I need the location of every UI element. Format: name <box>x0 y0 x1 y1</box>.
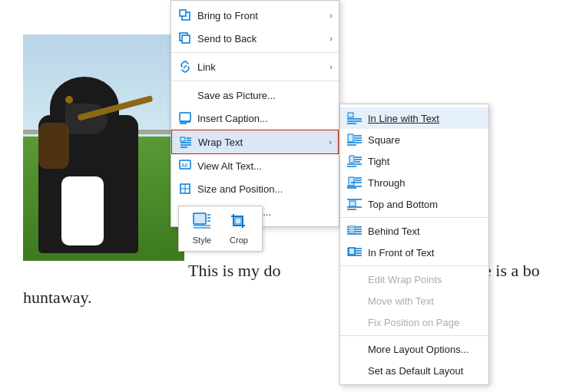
insert-caption-label: Insert Caption... <box>197 113 333 124</box>
menu-item-wrap-text[interactable]: Wrap Text › <box>171 130 339 154</box>
send-to-back-icon <box>177 31 193 46</box>
inline-icon <box>346 111 363 125</box>
submenu-item-edit-wrap-points[interactable]: Edit Wrap Points <box>340 268 488 290</box>
style-label: Style <box>193 236 211 245</box>
size-position-icon <box>177 181 193 196</box>
in-front-of-text-label: In Front of Text <box>368 247 434 259</box>
behind-text-label: Behind Text <box>368 226 420 237</box>
more-layout-icon <box>346 342 363 356</box>
crop-icon <box>230 212 248 234</box>
submenu-item-square[interactable]: Square <box>340 129 488 150</box>
submenu-item-fix-position[interactable]: Fix Position on Page <box>340 311 488 333</box>
wrap-text-label: Wrap Text <box>198 137 329 148</box>
fix-position-icon <box>346 315 363 329</box>
svg-marker-43 <box>349 177 354 186</box>
tight-label: Tight <box>368 156 389 167</box>
square-label: Square <box>368 134 400 146</box>
submenu-item-tight[interactable]: Tight <box>340 150 488 172</box>
crop-button[interactable]: Crop <box>222 209 256 248</box>
menu-item-save-as-picture[interactable]: Save as Picture... <box>171 84 339 107</box>
svg-rect-49 <box>349 201 356 206</box>
bring-to-front-icon <box>177 8 193 23</box>
submenu-item-top-and-bottom[interactable]: Top and Bottom <box>340 193 488 215</box>
submenu-item-through[interactable]: Through <box>340 172 488 193</box>
size-position-label: Size and Position... <box>197 183 333 195</box>
menu-item-bring-to-front[interactable]: Bring to Front › <box>171 4 339 27</box>
context-menu: Bring to Front › Send to Back › Link › S… <box>170 0 339 227</box>
move-with-text-label: Move with Text <box>368 295 434 307</box>
inline-label: In Line with Text <box>368 113 439 124</box>
submenu-item-set-default-layout[interactable]: Set as Default Layout <box>340 360 488 381</box>
submenu-sep-2 <box>340 265 488 266</box>
link-arrow: › <box>329 62 333 71</box>
wrap-text-submenu: In Line with Text Square <box>339 104 489 385</box>
behind-text-icon <box>346 224 363 238</box>
svg-rect-14 <box>180 137 185 141</box>
mini-toolbar: Style Crop <box>178 206 263 252</box>
menu-item-send-to-back[interactable]: Send to Back › <box>171 27 339 50</box>
submenu-item-in-front-of-text[interactable]: In Front of Text <box>340 242 488 263</box>
send-to-back-label: Send to Back <box>197 33 329 44</box>
submenu-item-inline-with-text[interactable]: In Line with Text <box>340 107 488 129</box>
save-as-picture-label: Save as Picture... <box>197 90 333 101</box>
svg-rect-10 <box>182 35 190 43</box>
square-icon <box>346 133 363 147</box>
set-default-icon <box>346 364 363 377</box>
menu-item-size-position[interactable]: Size and Position... <box>171 177 339 200</box>
svg-rect-27 <box>348 113 353 117</box>
edit-wrap-points-label: Edit Wrap Points <box>368 274 442 285</box>
separator-2 <box>171 81 339 81</box>
svg-rect-62 <box>349 248 355 255</box>
edit-wrap-icon <box>346 272 363 286</box>
wrap-text-arrow: › <box>329 137 332 147</box>
bring-to-front-label: Bring to Front <box>197 10 329 21</box>
save-as-picture-icon <box>177 87 193 103</box>
view-alt-text-label: View Alt Text... <box>197 160 333 172</box>
style-button[interactable]: Style <box>185 209 219 248</box>
fix-position-label: Fix Position on Page <box>368 317 459 328</box>
top-and-bottom-label: Top and Bottom <box>368 199 438 210</box>
wrap-text-icon <box>178 134 194 150</box>
svg-rect-6 <box>235 218 241 224</box>
svg-rect-8 <box>180 10 186 16</box>
crop-label: Crop <box>230 236 248 245</box>
bring-to-front-arrow: › <box>329 11 333 20</box>
svg-rect-11 <box>180 113 190 121</box>
svg-rect-0 <box>194 213 206 224</box>
submenu-item-move-with-text[interactable]: Move with Text <box>340 290 488 311</box>
set-default-layout-label: Set as Default Layout <box>368 365 463 377</box>
through-label: Through <box>368 177 405 189</box>
doc-text-line1: This is my do​ <box>188 261 280 281</box>
through-icon <box>346 176 363 189</box>
style-icon <box>193 212 211 234</box>
link-label: Link <box>197 61 329 73</box>
doc-text-line2: huntaway. <box>23 288 92 308</box>
submenu-sep-1 <box>340 217 488 218</box>
tight-icon <box>346 154 363 168</box>
in-front-icon <box>346 245 363 259</box>
more-layout-label: More Layout Options... <box>368 344 469 355</box>
send-to-back-arrow: › <box>329 34 333 43</box>
menu-item-link[interactable]: Link › <box>171 55 339 78</box>
move-with-text-icon <box>346 294 363 308</box>
insert-caption-icon <box>177 110 193 126</box>
menu-item-view-alt-text[interactable]: Alt View Alt Text... <box>171 154 339 177</box>
svg-rect-57 <box>349 226 355 233</box>
svg-text:Alt: Alt <box>181 163 187 168</box>
submenu-item-behind-text[interactable]: Behind Text <box>340 220 488 242</box>
dog-image <box>23 35 184 261</box>
view-alt-text-icon: Alt <box>177 158 193 173</box>
link-icon <box>177 59 193 74</box>
submenu-item-more-layout[interactable]: More Layout Options... <box>340 338 488 360</box>
submenu-sep-3 <box>340 335 488 336</box>
separator-1 <box>171 52 339 53</box>
svg-rect-31 <box>348 134 353 142</box>
menu-item-insert-caption[interactable]: Insert Caption... <box>171 107 339 130</box>
doc-text-line1b: e is a bo <box>484 261 540 281</box>
svg-marker-37 <box>349 156 354 163</box>
top-bottom-icon <box>346 197 363 211</box>
